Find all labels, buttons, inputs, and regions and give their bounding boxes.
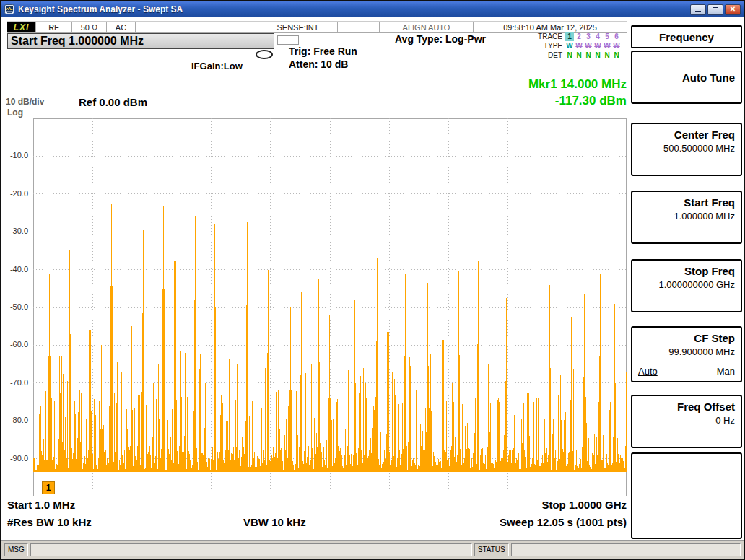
spectrum-plot: [33, 118, 627, 496]
trace-det-indicator: N: [584, 51, 593, 60]
scale-type-label: Log: [7, 108, 23, 118]
y-axis-tick: -20.0: [10, 189, 28, 198]
menu-title: Frequency: [631, 25, 742, 48]
footer-status-bar: MSG STATUS: [1, 540, 744, 559]
freq-offset-label: Freq Offset: [638, 401, 735, 413]
start-freq-button[interactable]: Start Freq 1.000000 MHz: [631, 191, 742, 244]
impedance-indicator: 50 Ω: [72, 22, 107, 32]
y-axis-tick: -40.0: [10, 265, 28, 274]
det-row: DET NNNNNN: [536, 51, 627, 60]
cf-step-label: CF Step: [638, 332, 735, 344]
status-label: STATUS: [474, 543, 509, 556]
empty-softkey-slot: [631, 452, 742, 539]
trace-indicator: 4: [593, 32, 602, 41]
trace-number-badge: 1: [42, 481, 55, 494]
app-icon: [4, 4, 14, 14]
softkey-menu: Frequency Auto Tune Center Freq 500.5000…: [631, 25, 742, 541]
entry-suffix-box: [277, 35, 299, 45]
center-freq-value: 500.500000 MHz: [638, 143, 735, 154]
trace-indicator: 2: [575, 32, 583, 41]
det-row-label: DET: [536, 51, 565, 59]
vbw-annotation: VBW 10 kHz: [243, 516, 306, 528]
atten-annotation: Atten: 10 dB: [289, 58, 348, 70]
y-axis-tick: -90.0: [10, 454, 28, 463]
start-freq-label: Start Freq: [638, 196, 735, 209]
center-freq-label: Center Freq: [638, 128, 735, 141]
close-icon: ✕: [730, 6, 736, 13]
maximize-icon: [713, 7, 718, 12]
sense-indicator: SENSE:INT: [258, 22, 338, 32]
trace-type-indicator: W: [612, 42, 621, 51]
auto-tune-button[interactable]: Auto Tune: [631, 51, 742, 104]
trace-indicator: 3: [584, 32, 593, 41]
minimize-button[interactable]: [690, 4, 706, 15]
close-button[interactable]: ✕: [725, 4, 741, 15]
status-spacer: [338, 22, 380, 32]
trace-type-indicator: W: [584, 42, 593, 51]
active-entry-field[interactable]: Start Freq 1.000000 MHz: [7, 33, 274, 49]
trace-det-indicator: N: [575, 51, 583, 60]
ifgain-annotation: IFGain:Low: [191, 61, 243, 71]
align-indicator: ALIGN AUTO: [380, 22, 474, 32]
status-field: [511, 543, 741, 556]
trace-det-indicator: N: [593, 51, 602, 60]
sweep-annotation: Sweep 12.05 s (1001 pts): [362, 516, 627, 528]
cf-step-man-option[interactable]: Man: [717, 366, 735, 377]
trace-det-indicator: N: [603, 51, 611, 60]
start-freq-annotation: Start 1.0 MHz: [7, 499, 75, 511]
center-freq-button[interactable]: Center Freq 500.500000 MHz: [631, 123, 742, 176]
trace-legend: TRACE 123456 TYPE WWWWWW DET NNNNNN: [536, 32, 627, 60]
y-axis-tick: -80.0: [10, 416, 28, 424]
scale-per-div-label: 10 dB/div: [6, 97, 44, 107]
callout-icon: [256, 50, 273, 59]
type-row-label: TYPE: [536, 42, 565, 50]
marker-readout: Mkr1 14.000 MHz -117.30 dBm: [406, 76, 627, 109]
start-freq-value: 1.000000 MHz: [638, 211, 735, 222]
lxi-indicator: LXI: [7, 22, 36, 32]
trace-row: TRACE 123456: [536, 32, 627, 41]
spectrum-analyzer-window: Keysight Spectrum Analyzer - Swept SA ✕ …: [0, 0, 745, 560]
freq-offset-value: 0 Hz: [638, 415, 735, 426]
rf-indicator: RF: [36, 22, 72, 32]
y-axis-tick: -30.0: [10, 227, 28, 235]
trace-indicator: 1: [565, 32, 574, 41]
avg-type-annotation: Avg Type: Log-Pwr: [395, 33, 486, 45]
cf-step-value: 99.900000 MHz: [638, 346, 735, 357]
stop-freq-button[interactable]: Stop Freq 1.000000000 GHz: [631, 259, 742, 312]
trace-type-indicator: W: [565, 42, 574, 51]
trigger-annotation: Trig: Free Run: [289, 45, 357, 57]
y-axis-tick: -70.0: [10, 378, 28, 387]
minimize-icon: [695, 11, 701, 12]
trace-1: [34, 177, 627, 472]
stop-freq-value: 1.000000000 GHz: [638, 279, 735, 290]
marker-freq: Mkr1 14.000 MHz: [406, 76, 627, 92]
trace-det-indicator: N: [612, 51, 621, 60]
window-title: Keysight Spectrum Analyzer - Swept SA: [18, 4, 687, 14]
y-axis-tick: -60.0: [10, 340, 28, 349]
stop-freq-label: Stop Freq: [638, 265, 735, 277]
y-axis-tick: -10.0: [10, 151, 28, 159]
msg-label: MSG: [4, 543, 28, 556]
trace-type-indicator: W: [575, 42, 583, 51]
trace-type-indicator: W: [603, 42, 611, 51]
msg-field: [30, 543, 472, 556]
freq-offset-button[interactable]: Freq Offset 0 Hz: [631, 395, 742, 448]
rbw-annotation: #Res BW 10 kHz: [7, 516, 92, 528]
trace-row-label: TRACE: [536, 32, 565, 40]
auto-tune-label: Auto Tune: [638, 71, 735, 84]
cf-step-button[interactable]: CF Step 99.900000 MHz Auto Man: [631, 326, 742, 382]
y-axis-labels: -10.0-20.0-30.0-40.0-50.0-60.0-70.0-80.0…: [1, 118, 30, 496]
trace-indicator: 5: [603, 32, 611, 41]
datetime-display: 09:58:10 AM Mar 12, 2025: [474, 22, 627, 32]
trace-indicator: 6: [612, 32, 621, 41]
maximize-button[interactable]: [707, 4, 723, 15]
ref-level-label: Ref 0.00 dBm: [79, 96, 147, 108]
title-bar[interactable]: Keysight Spectrum Analyzer - Swept SA ✕: [1, 1, 744, 17]
marker-level: -117.30 dBm: [406, 92, 627, 109]
status-spacer: [136, 22, 258, 32]
type-row: TYPE WWWWWW: [536, 41, 627, 51]
cf-step-auto-option[interactable]: Auto: [638, 366, 658, 377]
spectrum-display: [33, 118, 627, 496]
stop-freq-annotation: Stop 1.0000 GHz: [362, 499, 627, 511]
trace-type-indicator: W: [593, 42, 602, 51]
